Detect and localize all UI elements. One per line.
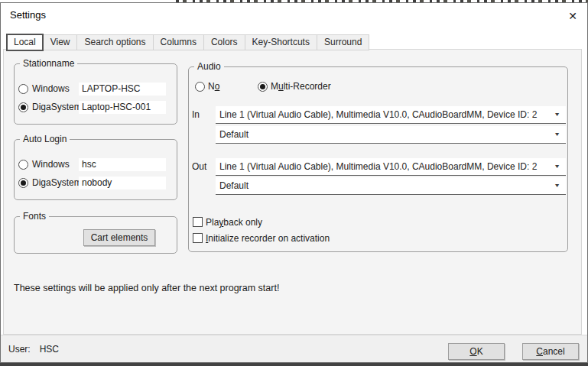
fonts-group: Fonts Cart elements <box>14 216 177 254</box>
audio-out-label: Out <box>192 161 206 173</box>
audio-no-radio[interactable] <box>195 82 205 92</box>
ok-button[interactable]: OK <box>448 343 505 360</box>
auto-login-windows-field[interactable]: hsc <box>79 158 166 171</box>
audio-multi-recorder-radio[interactable] <box>258 82 268 92</box>
audio-group: Audio No Multi-Recorder In Line 1 (Virtu… <box>188 66 568 252</box>
chevron-down-icon: ▼ <box>554 112 560 117</box>
user-row: User:HSC <box>8 344 59 355</box>
restart-note: These settings will be applied only afte… <box>14 283 279 293</box>
stationname-group-legend: Stationname <box>20 58 77 70</box>
audio-in-device-value: Line 1 (Virtual Audio Cable), Multimedia… <box>219 106 547 123</box>
tab-strip: Local View Search options Columns Colors… <box>6 32 369 50</box>
user-value: HSC <box>40 344 59 355</box>
audio-no-label[interactable]: No <box>208 81 219 92</box>
tab-columns[interactable]: Columns <box>153 34 204 50</box>
stationname-group: Stationname Windows LAPTOP-HSC DigaSyste… <box>14 63 177 125</box>
tab-colors[interactable]: Colors <box>203 34 245 50</box>
audio-multi-recorder-label[interactable]: Multi-Recorder <box>271 81 331 92</box>
auto-login-digasystem-field[interactable]: nobody <box>79 177 166 189</box>
cancel-button[interactable]: Cancel <box>522 343 579 360</box>
audio-in-channel-dropdown[interactable]: Default ▼ <box>216 126 566 144</box>
stationname-windows-label[interactable]: Windows <box>32 83 70 95</box>
tab-local[interactable]: Local <box>6 34 44 51</box>
initialize-recorder-checkbox[interactable] <box>193 233 203 243</box>
audio-group-legend: Audio <box>194 61 224 73</box>
background-app-strip-bottom <box>0 363 588 366</box>
auto-login-windows-label[interactable]: Windows <box>32 159 70 170</box>
initialize-recorder-label[interactable]: Initialize recorder on activation <box>206 233 330 245</box>
audio-out-device-dropdown[interactable]: Line 1 (Virtual Audio Cable), Multimedia… <box>216 158 566 176</box>
playback-only-label[interactable]: Playback only <box>206 217 262 228</box>
screen: Settings ✕ Local View Search options Col… <box>0 0 588 366</box>
auto-login-group-legend: Auto Login <box>20 134 70 145</box>
stationname-digasystem-label[interactable]: DigaSystem <box>32 102 82 113</box>
audio-out-channel-dropdown[interactable]: Default ▼ <box>216 177 566 195</box>
audio-in-label: In <box>192 109 200 121</box>
tab-search-options[interactable]: Search options <box>76 34 153 50</box>
stationname-windows-field[interactable]: LAPTOP-HSC <box>79 83 166 96</box>
fonts-group-legend: Fonts <box>20 211 49 222</box>
settings-dialog: Settings ✕ Local View Search options Col… <box>0 2 588 363</box>
auto-login-digasystem-label[interactable]: DigaSystem <box>32 177 82 189</box>
stationname-digasystem-field[interactable]: Laptop-HSC-001 <box>79 101 166 114</box>
auto-login-digasystem-radio[interactable] <box>18 178 28 188</box>
close-icon[interactable]: ✕ <box>563 6 583 26</box>
tab-surround[interactable]: Surround <box>317 34 369 50</box>
auto-login-windows-radio[interactable] <box>18 160 28 170</box>
chevron-down-icon: ▼ <box>554 164 560 169</box>
audio-out-channel-value: Default <box>219 177 547 194</box>
stationname-windows-radio[interactable] <box>18 84 28 94</box>
playback-only-checkbox[interactable] <box>193 217 203 227</box>
tab-view[interactable]: View <box>43 34 78 50</box>
cart-elements-button[interactable]: Cart elements <box>83 229 155 246</box>
chevron-down-icon: ▼ <box>554 131 560 137</box>
stationname-digasystem-radio[interactable] <box>18 102 28 112</box>
user-label: User: <box>8 344 31 355</box>
local-tab-page: Stationname Windows LAPTOP-HSC DigaSyste… <box>3 49 582 335</box>
chevron-down-icon: ▼ <box>554 183 560 188</box>
tab-key-shortcuts[interactable]: Key-Shortcuts <box>245 34 317 50</box>
audio-out-device-value: Line 1 (Virtual Audio Cable), Multimedia… <box>219 158 547 175</box>
auto-login-group: Auto Login Windows hsc DigaSystem nobody <box>14 139 177 200</box>
window-title: Settings <box>10 9 46 21</box>
audio-in-channel-value: Default <box>219 126 547 143</box>
audio-in-device-dropdown[interactable]: Line 1 (Virtual Audio Cable), Multimedia… <box>216 106 566 124</box>
